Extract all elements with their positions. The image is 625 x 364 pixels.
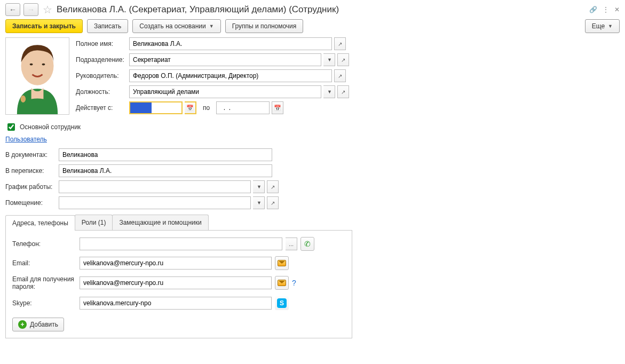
position-input[interactable] [129, 85, 321, 98]
more-label: Еще [592, 22, 605, 30]
email-password-send-button[interactable] [275, 276, 289, 290]
open-icon [271, 200, 275, 206]
email-label: Email: [12, 259, 76, 267]
date-selection [130, 102, 152, 113]
favorite-star-icon[interactable]: ☆ [43, 3, 52, 16]
department-label: Подразделение: [76, 56, 129, 64]
main-employee-checkbox[interactable] [7, 123, 15, 131]
position-label: Должность: [76, 88, 129, 96]
calendar-icon [186, 105, 194, 112]
email-input[interactable] [80, 257, 272, 270]
open-icon [338, 41, 342, 47]
chevron-down-icon: ▼ [327, 89, 332, 94]
help-icon[interactable]: ? [292, 279, 296, 287]
chevron-down-icon: ▼ [257, 184, 262, 189]
email-password-input[interactable] [80, 276, 272, 289]
mail-icon [278, 280, 286, 286]
save-and-close-button[interactable]: Записать и закрыть [5, 19, 83, 33]
full-name-input[interactable] [129, 37, 332, 50]
open-icon [341, 89, 345, 95]
skype-icon: S [277, 298, 287, 308]
chevron-down-icon: ▼ [209, 23, 214, 29]
room-open-button[interactable] [267, 196, 279, 209]
phone-action-button[interactable]: ✆ [300, 237, 314, 251]
in-documents-label: В документах: [5, 151, 59, 159]
avatar-image [6, 38, 69, 114]
valid-to-label: по [203, 104, 210, 112]
skype-label: Skype: [12, 299, 76, 307]
tab-addresses-phones[interactable]: Адреса, телефоны [5, 215, 75, 231]
room-dropdown-button[interactable]: ▼ [253, 196, 265, 209]
calendar-icon [274, 105, 281, 112]
open-reference-button[interactable] [334, 37, 346, 50]
open-icon [271, 184, 275, 190]
manager-input[interactable] [129, 69, 332, 82]
mail-icon [278, 260, 286, 266]
full-name-label: Полное имя: [76, 40, 129, 48]
tab-substitutes-assistants[interactable]: Замещающие и помощники [112, 215, 208, 230]
room-input[interactable] [59, 196, 251, 209]
room-label: Помещение: [5, 199, 59, 207]
phone-input[interactable] [80, 238, 282, 250]
nav-back-button[interactable]: ← [5, 3, 20, 16]
work-schedule-input[interactable] [59, 180, 251, 193]
phone-ellipsis-button[interactable]: ... [286, 238, 297, 250]
kebab-menu-icon[interactable]: ⋮ [603, 6, 609, 13]
skype-input[interactable] [80, 297, 272, 310]
in-correspondence-label: В переписке: [5, 167, 59, 175]
skype-call-button[interactable]: S [275, 296, 289, 310]
svg-point-3 [42, 64, 45, 66]
open-icon [341, 57, 345, 63]
svg-point-2 [30, 64, 33, 66]
in-documents-input[interactable] [59, 148, 272, 161]
tab-roles[interactable]: Роли (1) [75, 215, 113, 230]
department-dropdown-button[interactable]: ▼ [323, 53, 335, 66]
valid-to-calendar-button[interactable] [272, 101, 283, 114]
email-send-button[interactable] [275, 256, 289, 270]
in-correspondence-input[interactable] [59, 164, 272, 177]
create-based-on-button[interactable]: Создать на основании ▼ [132, 19, 220, 33]
manager-label: Руководитель: [76, 72, 129, 80]
department-input[interactable] [129, 53, 321, 66]
add-contact-label: Добавить [30, 321, 58, 328]
link-icon[interactable]: 🔗 [589, 6, 597, 13]
nav-forward-button[interactable]: → [23, 3, 38, 16]
phone-label: Телефон: [12, 240, 76, 248]
create-based-on-label: Создать на основании [139, 22, 206, 30]
close-icon[interactable]: ✕ [614, 6, 620, 13]
work-schedule-open-button[interactable] [267, 180, 279, 193]
valid-from-calendar-button[interactable] [185, 101, 196, 114]
valid-to-input[interactable] [216, 101, 270, 114]
work-schedule-dropdown-button[interactable]: ▼ [253, 180, 265, 193]
manager-open-button[interactable] [334, 69, 346, 82]
work-schedule-label: График работы: [5, 183, 59, 191]
open-icon [338, 73, 342, 79]
valid-from-label: Действует с: [76, 104, 129, 112]
plus-icon: + [18, 320, 27, 329]
department-open-button[interactable] [337, 53, 349, 66]
email-password-label: Email для получения пароля: [12, 275, 76, 291]
position-open-button[interactable] [337, 85, 349, 98]
chevron-down-icon: ▼ [608, 23, 613, 29]
employee-photo[interactable] [5, 37, 69, 115]
valid-from-input[interactable] [129, 101, 183, 114]
main-employee-label: Основной сотрудник [20, 123, 81, 131]
window-title: Великанова Л.А. (Секретариат, Управляющи… [57, 4, 586, 15]
groups-permissions-button[interactable]: Группы и полномочия [225, 19, 304, 33]
more-button[interactable]: Еще ▼ [585, 19, 620, 33]
phone-icon: ✆ [304, 240, 311, 248]
svg-point-4 [21, 96, 26, 102]
add-contact-button[interactable]: + Добавить [12, 318, 64, 331]
chevron-down-icon: ▼ [257, 200, 262, 205]
chevron-down-icon: ▼ [327, 57, 332, 62]
user-link[interactable]: Пользователь [5, 136, 47, 143]
position-dropdown-button[interactable]: ▼ [323, 85, 335, 98]
save-button[interactable]: Записать [87, 19, 128, 33]
